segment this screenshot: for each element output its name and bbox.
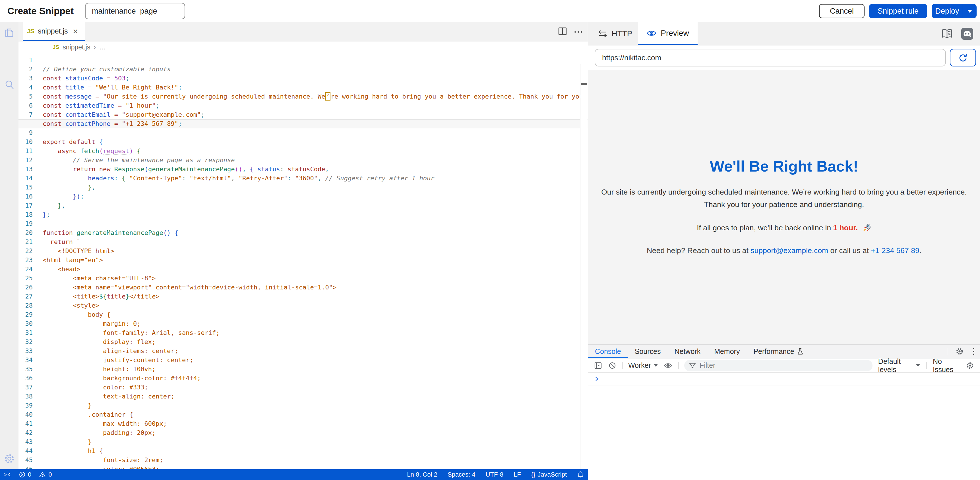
encoding-setting[interactable]: UTF-8 [486,471,503,478]
code-line[interactable]: // Serve the maintenance page as a respo… [19,156,588,165]
tab-snippet-js[interactable]: JS snippet.js × [23,22,85,41]
devtools-settings-gear-icon[interactable] [955,347,964,356]
code-line[interactable]: <title>${title}</title> [19,292,588,301]
code-line[interactable]: headers: { "Content-Type": "text/html", … [19,174,588,183]
console-settings-gear-icon[interactable] [966,361,974,371]
deploy-button[interactable]: Deploy [932,4,977,18]
code-line[interactable]: export default { [19,138,588,147]
code-line[interactable]: h1 { [19,447,588,456]
code-line[interactable]: <meta name="viewport" content="width=dev… [19,283,588,292]
code-line[interactable]: return new Response(generateMaintenanceP… [19,165,588,174]
code-line[interactable]: }); [19,192,588,201]
code-line[interactable]: // Define your customizable inputs [19,65,588,74]
close-tab-icon[interactable]: × [73,27,78,35]
code-line[interactable]: font-size: 2rem; [19,456,588,465]
discord-icon[interactable] [961,27,974,40]
code-line[interactable]: const title = "We'll Be Right Back!"; [19,83,588,92]
code-line[interactable]: text-align: center; [19,392,588,401]
console-output[interactable] [588,373,980,480]
code-line[interactable]: <!DOCTYPE html> [19,247,588,256]
code-line[interactable]: <head> [19,265,588,274]
docs-book-icon[interactable] [941,27,953,40]
code-line[interactable]: } [19,437,588,447]
code-line[interactable]: async fetch(request) { [19,147,588,156]
indentation-setting[interactable]: Spaces: 4 [448,471,476,478]
refresh-button[interactable] [950,49,976,67]
worker-context-dropdown[interactable]: Worker [628,361,658,369]
deploy-dropdown-button[interactable] [963,4,977,18]
code-line[interactable]: body { [19,310,588,319]
snippet-rule-button[interactable]: Snippet rule [869,4,927,18]
settings-gear-icon[interactable] [3,453,15,465]
devtools-tab-performance[interactable]: Performance [746,345,810,358]
url-input[interactable] [595,49,946,67]
breadcrumb[interactable]: JS snippet.js › … [19,41,588,53]
devtools-tab-sources[interactable]: Sources [628,345,668,358]
code-line[interactable]: color: #0056b3; [19,465,588,469]
funnel-icon [689,362,696,369]
code-line[interactable]: max-width: 600px; [19,419,588,428]
devtools-kebab-menu-icon[interactable] [972,347,975,356]
clear-console-icon[interactable] [608,361,617,371]
code-line[interactable]: .container { [19,410,588,419]
code-area[interactable]: 1234567891011121314151617181920212223242… [19,53,588,469]
tab-preview[interactable]: Preview [638,22,698,45]
code-line[interactable]: <meta charset="UTF-8"> [19,274,588,283]
remote-icon[interactable] [3,471,11,478]
statusbar-right: Ln 8, Col 2 Spaces: 4 UTF-8 LF {} JavaSc… [407,471,584,478]
snippet-name-input[interactable] [85,3,185,19]
code-line[interactable]: function generateMaintenancePage() { [19,228,588,238]
issues-counter[interactable]: No Issues [933,357,959,374]
code-line[interactable]: }, [19,183,588,192]
code-line[interactable]: height: 100vh; [19,365,588,374]
more-actions-icon[interactable] [574,27,582,37]
breadcrumb-file[interactable]: snippet.js [62,43,90,51]
breadcrumb-more[interactable]: … [99,43,106,51]
code-line[interactable]: } [19,401,588,410]
code-line[interactable]: <style> [19,301,588,310]
default-levels-dropdown[interactable]: Default levels [878,357,920,374]
code-line[interactable]: background-color: #f4f4f4; [19,374,588,383]
code-line[interactable] [19,219,588,228]
console-sidebar-toggle-icon[interactable] [594,361,602,371]
scrollbar-thumb[interactable] [581,83,587,85]
code-line[interactable]: const message = "Our site is currently u… [19,92,588,101]
editor-scrollbar[interactable] [580,64,587,469]
devtools-tab-network[interactable]: Network [667,345,707,358]
code-line[interactable]: const contactEmail = "support@example.co… [19,110,588,119]
eol-setting[interactable]: LF [514,471,521,478]
console-filter-input[interactable]: Filter [684,360,872,371]
code-line[interactable]: }; [19,210,588,219]
errors-indicator[interactable]: 0 [19,471,31,478]
code-line[interactable]: const statusCode = 503; [19,74,588,83]
cursor-position[interactable]: Ln 8, Col 2 [407,471,437,478]
code-line[interactable]: font-family: Arial, sans-serif; [19,328,588,337]
code-line[interactable]: align-items: center; [19,347,588,356]
code-line[interactable]: justify-content: center; [19,356,588,365]
code-line[interactable]: return ` [19,238,588,247]
code-line[interactable]: margin: 0; [19,319,588,328]
live-expression-eye-icon[interactable] [663,361,673,371]
code-line[interactable] [19,55,588,65]
language-mode[interactable]: {} JavaScript [531,471,567,478]
split-editor-icon[interactable] [557,26,568,38]
code-line[interactable]: <html lang="en"> [19,256,588,265]
code-line[interactable]: display: flex; [19,337,588,347]
code-line[interactable] [19,128,588,138]
code-line[interactable]: }, [19,201,588,210]
cancel-button[interactable]: Cancel [819,4,865,18]
warnings-indicator[interactable]: 0 [39,471,52,478]
devtools-tab-memory[interactable]: Memory [707,345,746,358]
notifications-bell-icon[interactable] [577,471,584,478]
devtools-tab-console[interactable]: Console [588,345,628,358]
tab-http[interactable]: HTTP [592,22,638,45]
files-icon[interactable] [3,27,15,39]
search-icon[interactable] [3,79,15,91]
code-line[interactable]: const estimatedTime = "1 hour"; [19,101,588,110]
code-line[interactable]: const contactPhone = "+1 234 567 89"; [19,119,588,128]
code-line[interactable]: color: #333; [19,383,588,392]
support-email-link[interactable]: support@example.com [751,246,828,255]
code-line[interactable]: padding: 20px; [19,428,588,437]
console-prompt-row[interactable] [588,373,980,385]
phone-link[interactable]: +1 234 567 89 [871,246,919,255]
